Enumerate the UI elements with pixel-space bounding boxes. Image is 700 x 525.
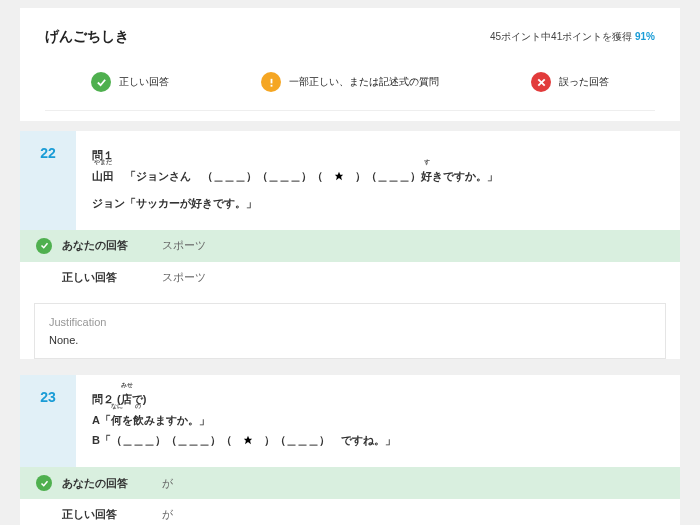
star-icon	[243, 435, 253, 445]
cross-icon	[531, 72, 551, 92]
legend-wrong: 誤った回答	[531, 72, 609, 92]
correct-answer-row: 正しい回答 が	[20, 499, 680, 525]
legend-correct: 正しい回答	[91, 72, 169, 92]
question-number: 22	[20, 131, 76, 230]
svg-rect-1	[270, 84, 272, 86]
correct-answer-row: 正しい回答 スポーツ	[20, 262, 680, 293]
legend-partial: 一部正しい、または記述式の質問	[261, 72, 439, 92]
question-body: 問２ (みせ店で) A「なに何をの飲みますか。」 B「（＿＿＿）（＿＿＿）（ ）…	[76, 375, 680, 468]
question-22: 22 問１ やまだ山田 「ジョンさん （＿＿＿）（＿＿＿）（ ）（＿＿＿）す好き…	[20, 131, 680, 359]
check-icon	[91, 72, 111, 92]
your-answer-row: あなたの回答 が	[20, 467, 680, 499]
question-23: 23 問２ (みせ店で) A「なに何をの飲みますか。」 B「（＿＿＿）（＿＿＿）…	[20, 375, 680, 525]
question-body: 問１ やまだ山田 「ジョンさん （＿＿＿）（＿＿＿）（ ）（＿＿＿）す好きですか…	[76, 131, 680, 230]
svg-marker-4	[335, 172, 343, 180]
check-icon	[36, 238, 52, 254]
exclaim-icon	[261, 72, 281, 92]
svg-marker-5	[244, 436, 252, 444]
justification-box: Justification None.	[34, 303, 666, 359]
page-title: げんごちしき	[45, 28, 129, 46]
check-icon	[36, 475, 52, 491]
legend: 正しい回答 一部正しい、または記述式の質問 誤った回答	[45, 64, 655, 111]
star-icon	[334, 171, 344, 181]
your-answer-row: あなたの回答 スポーツ	[20, 230, 680, 262]
question-number: 23	[20, 375, 76, 468]
svg-rect-0	[270, 78, 272, 83]
score-text: 45ポイント中41ポイントを獲得 91%	[490, 30, 655, 44]
